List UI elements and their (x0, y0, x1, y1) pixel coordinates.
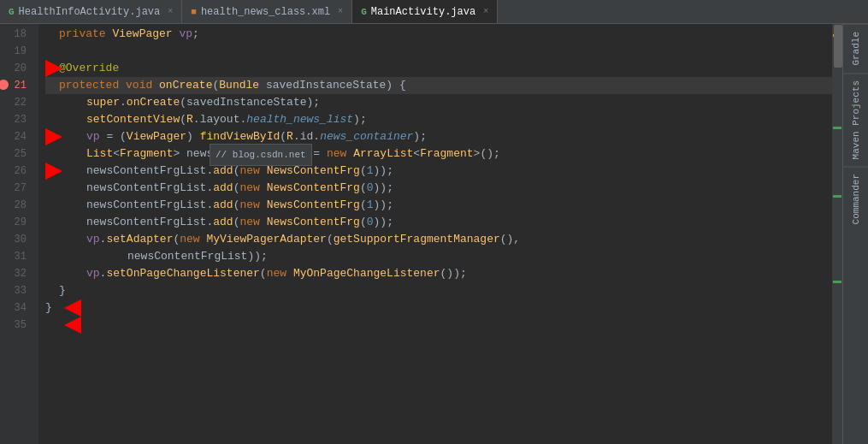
line-num-30: 30 (0, 231, 32, 248)
line-num-34: 34 (0, 299, 32, 317)
code-line-28: newsContentFrgList.add(new NewsContentFr… (45, 197, 832, 214)
tab-close-icon[interactable]: × (168, 7, 173, 16)
tab-label: MainActivity.java (371, 6, 475, 18)
line-numbers: 18 19 20 21 22 23 24 25 26 27 28 29 30 3… (0, 24, 38, 444)
code-line-29: newsContentFrgList.add(new NewsContentFr… (45, 214, 832, 231)
tab-label: HealthInfoActivity.java (19, 6, 161, 18)
code-line-20: @Override (45, 60, 832, 77)
code-line-22: super.onCreate(savedInstanceState); (45, 94, 832, 111)
line-num-32: 32 (0, 265, 32, 282)
line-num-33: 33 (0, 282, 32, 299)
line-num-20: 20 (0, 60, 32, 77)
code-line-27: newsContentFrgList.add(new NewsContentFr… (45, 180, 832, 197)
code-content[interactable]: // blog.csdn.net private ViewPager vp; @… (38, 24, 832, 444)
line-num-24: 24 (0, 128, 32, 145)
line-num-35: 35 (0, 317, 32, 334)
code-editor[interactable]: 18 19 20 21 22 23 24 25 26 27 28 29 30 3… (0, 24, 842, 444)
maven-label: Maven Projects (851, 80, 861, 159)
line-num-23: 23 (0, 111, 32, 128)
code-line-34: } (45, 299, 832, 317)
code-line-24: vp = (ViewPager) findViewById(R.id.news_… (45, 128, 832, 145)
tab-bar: G HealthInfoActivity.java × ■ health_new… (0, 0, 868, 24)
line-num-25: 25 (0, 145, 32, 163)
sidebar-panel-gradle[interactable]: Gradle (843, 24, 868, 73)
line-num-18: 18 (0, 26, 32, 43)
scroll-mark-2 (833, 127, 841, 129)
code-line-19 (45, 43, 832, 60)
line-num-27: 27 (0, 180, 32, 197)
gradle-label: Gradle (851, 32, 861, 66)
line-num-29: 29 (0, 214, 32, 231)
sidebar-panel-commander[interactable]: Commander (843, 166, 868, 231)
tab-healthinfo[interactable]: G HealthInfoActivity.java × (0, 0, 182, 23)
line-num-28: 28 (0, 197, 32, 214)
line-num-21: 21 (0, 77, 32, 94)
code-line-18: private ViewPager vp; (45, 26, 832, 43)
line-num-26: 26 (0, 163, 32, 180)
code-line-33: } (45, 282, 832, 299)
main-area: 18 19 20 21 22 23 24 25 26 27 28 29 30 3… (0, 24, 868, 444)
code-line-21: protected void onCreate(Bundle savedInst… (45, 77, 832, 94)
breakpoint-marker (0, 80, 9, 90)
code-line-32: vp.setOnPageChangeListener(new MyOnPageC… (45, 265, 832, 282)
java-icon: G (361, 7, 367, 17)
tab-mainactivity[interactable]: G MainActivity.java × (352, 0, 498, 23)
code-line-30: vp.setAdapter(new MyViewPagerAdapter(get… (45, 231, 832, 248)
java-icon: G (9, 7, 15, 17)
scroll-thumb[interactable] (834, 25, 842, 68)
right-sidebar: Gradle Maven Projects Commander (842, 24, 868, 444)
tab-close-icon[interactable]: × (483, 7, 488, 16)
scroll-mark-3 (833, 195, 841, 198)
sidebar-panel-maven[interactable]: Maven Projects (843, 73, 868, 166)
scroll-indicator[interactable] (832, 24, 842, 444)
annotation-box: // blog.csdn.net (210, 144, 312, 166)
xml-icon: ■ (191, 7, 197, 17)
code-line-35 (45, 317, 832, 334)
code-line-25: List<Fragment> newsContentFrgList = new … (45, 145, 832, 163)
code-line-26: newsContentFrgList.add(new NewsContentFr… (45, 163, 832, 180)
commander-label: Commander (851, 174, 861, 224)
tab-close-icon[interactable]: × (338, 7, 343, 16)
tab-healthxml[interactable]: ■ health_news_class.xml × (182, 0, 352, 23)
tab-label: health_news_class.xml (201, 6, 330, 18)
code-line-23: setContentView(R.layout.health_news_list… (45, 111, 832, 128)
line-num-19: 19 (0, 43, 32, 60)
scroll-mark-4 (833, 281, 841, 283)
line-num-31: 31 (0, 248, 32, 265)
line-num-22: 22 (0, 94, 32, 111)
code-line-31: newsContentFrgList)); (45, 248, 832, 265)
